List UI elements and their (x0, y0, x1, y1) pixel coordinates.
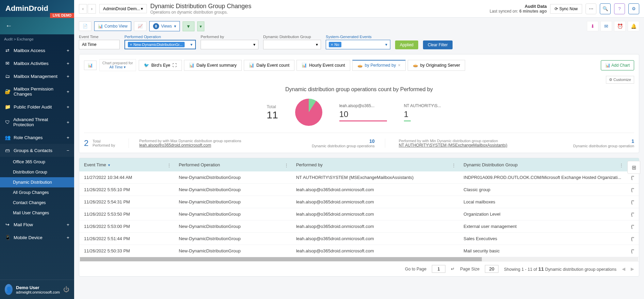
sidebar-item-public-folder-audit[interactable]: 📁Public Folder Audit+ (0, 100, 74, 113)
legend-label-0: leah.alsop@o365... (339, 103, 387, 108)
search-button[interactable]: 🔍 (600, 3, 611, 14)
chart-view-button[interactable]: 📈 (134, 21, 147, 31)
table-row[interactable]: 11/26/2022 5:55:10 PMNew-DynamicDistribu… (79, 184, 639, 196)
filter-ddg[interactable]: ▾ (263, 40, 321, 49)
chart-tab-by-performed-by[interactable]: 🥧by Performed by × (352, 60, 406, 71)
table-row[interactable]: 11/26/2022 5:50:33 PMNew-DynamicDistribu… (79, 245, 639, 257)
add-chart-button[interactable]: 📊 Add Chart (601, 60, 634, 70)
column-header-dynamic-distribution-group[interactable]: Dynamic Distribution Group⋮ (459, 158, 626, 171)
avatar[interactable]: 👤 (5, 284, 13, 295)
column-menu-icon[interactable]: ⋮ (452, 162, 456, 167)
sidebar-item-mail-flow[interactable]: ↪Mail Flow+ (0, 218, 74, 231)
chart-tab-bird-s-eye[interactable]: 🐦Bird's Eye ⛶ (139, 60, 182, 71)
table-cell: Local mailboxes (459, 196, 626, 208)
help-button[interactable]: ? (614, 3, 625, 14)
chevron-down-icon: ▾ (141, 6, 143, 11)
sync-now-button[interactable]: ⟳Sync Now (550, 4, 582, 14)
column-header-performed-by[interactable]: Performed by⋮ (291, 158, 459, 171)
back-button[interactable]: ← (0, 17, 74, 34)
table-cell: 11/26/2022 5:50:33 PM (79, 245, 174, 257)
sidebar-item-role-changes[interactable]: 👥Role Changes+ (0, 131, 74, 144)
page-subtitle: Operations on dynamic distribution group… (150, 10, 486, 15)
page-input[interactable] (432, 265, 445, 273)
table-settings-button[interactable]: ⊞ (627, 161, 640, 174)
sidebar-sub-all-group-changes[interactable]: All Group Changes (0, 187, 74, 198)
table-row[interactable]: 11/26/2022 5:53:00 PMNew-DynamicDistribu… (79, 220, 639, 233)
customize-button[interactable]: ⚙ Customize (606, 76, 634, 84)
column-menu-icon[interactable]: ⋮ (167, 162, 171, 167)
filter-sys-generated[interactable]: × No ▾ (326, 40, 390, 49)
column-header-performed-operation[interactable]: Performed Operation⋮ (174, 158, 291, 171)
sidebar-item-mailbox-permission-changes[interactable]: 🔐Mailbox Permission Changes+ (0, 83, 74, 100)
sidebar-sub-office-group[interactable]: Office 365 Group (0, 157, 74, 167)
chart-tab-daily-event-count[interactable]: 📊Daily Event count (244, 60, 294, 71)
filter-tag-operation[interactable]: × New-DynamicDistributionGr... (128, 42, 185, 47)
sidebar-item-mobile-device[interactable]: 📱Mobile Device+ (0, 231, 74, 244)
expand-icon: + (67, 48, 69, 53)
stat-max-link[interactable]: leah.alsop@o365droid.onmicrosoft.com (139, 143, 211, 148)
alert-button[interactable]: 🔔 (628, 21, 639, 31)
sidebar-sub-contact-changes[interactable]: Contact Changes (0, 198, 74, 208)
stat-min-link[interactable]: NT AUTHORITY\SYSTEM (MSExchangeMailboxAs… (399, 143, 507, 148)
nav-icon: 🗂 (5, 73, 10, 79)
table-cell: New-DynamicDistributionGroup (174, 245, 291, 257)
sidebar-sub-dynamic-distribution[interactable]: Dynamic Distribution (0, 177, 74, 187)
expand-icon: + (67, 135, 69, 140)
filter-tag-sys[interactable]: × No (329, 42, 341, 47)
main-content: ‹ › AdminDroid Dem... ▾ Dynamic Distribu… (74, 0, 644, 299)
column-menu-icon[interactable]: ⋮ (284, 162, 289, 167)
applied-button[interactable]: Applied (395, 40, 418, 49)
expand-icon: + (67, 120, 69, 125)
power-icon[interactable]: ⏻ (63, 286, 69, 293)
breadcrumb: Audit > Exchange (0, 34, 74, 44)
settings-button[interactable]: ⚙ (628, 3, 639, 14)
sidebar-item-groups-contacts[interactable]: 🗃Groups & Contacts− (0, 144, 74, 157)
sidebar-item-mailbox-access[interactable]: ⇄Mailbox Access+ (0, 44, 74, 57)
table-cell: Mail security basic (459, 245, 626, 257)
column-menu-icon[interactable]: ⋮ (619, 162, 624, 167)
chart-title: Dynamic distribution group operations co… (84, 86, 634, 93)
chart-tab-hourly-event-count[interactable]: 📊Hourly Event count (296, 60, 350, 71)
chart-type-button[interactable]: 📊 (84, 61, 97, 70)
user-email: admeight.onmicrosoft.com (16, 290, 60, 294)
filter-event-time[interactable]: All Time (79, 40, 120, 49)
more-button[interactable]: ⋯ (586, 3, 596, 14)
combo-view-button[interactable]: 📊 Combo View (94, 21, 131, 31)
pagesize-input[interactable] (485, 265, 498, 273)
filter-button[interactable]: ▼ (183, 21, 194, 31)
filter-performed-by[interactable]: ▾ (201, 40, 258, 49)
chart-prep-info[interactable]: Chart prepared for All Time ▾ (99, 59, 136, 71)
table-row[interactable]: 11/26/2022 5:53:50 PMNew-DynamicDistribu… (79, 208, 639, 220)
goto-page-button[interactable]: ↵ (451, 266, 455, 271)
nav-forward-button[interactable]: › (88, 4, 96, 14)
views-button[interactable]: 8 Views ▾ (149, 21, 180, 31)
table-row[interactable]: 11/26/2022 5:54:31 PMNew-DynamicDistribu… (79, 196, 639, 208)
schedule-button[interactable]: ⏰ (614, 21, 626, 31)
sidebar-sub-mail-user-changes[interactable]: Mail User Changes (0, 208, 74, 218)
email-button[interactable]: ✉ (600, 21, 612, 31)
table-row[interactable]: 11/27/2022 10:34:44 AMNew-DynamicDistrib… (79, 171, 639, 184)
column-header-event-time[interactable]: Event Time▾⋮ (79, 158, 174, 171)
nav-back-button[interactable]: ‹ (79, 4, 87, 14)
sidebar-item-advanced-threat-protection[interactable]: 🛡Advanced Threat Protection+ (0, 113, 74, 131)
close-icon[interactable]: × (398, 63, 400, 68)
prev-page-button[interactable]: ◀ (622, 266, 625, 271)
clear-filter-button[interactable]: Clear Filter (423, 40, 453, 49)
sidebar-sub-distribution-group[interactable]: Distribution Group (0, 167, 74, 177)
download-button[interactable]: ⬇ (587, 21, 598, 31)
next-page-button[interactable]: ▶ (631, 266, 634, 271)
sidebar-item-mailbox-management[interactable]: 🗂Mailbox Management+ (0, 70, 74, 83)
horizontal-scrollbar[interactable] (80, 257, 638, 261)
chart-tab-by-originating-server[interactable]: 🥧by Originating Server (408, 60, 465, 71)
sidebar-item-mailbox-activities[interactable]: ✉Mailbox Activities+ (0, 57, 74, 70)
org-selector[interactable]: AdminDroid Dem... ▾ (99, 4, 147, 13)
filter-operation[interactable]: × New-DynamicDistributionGr... ▾ (124, 40, 196, 49)
chart-panel: 📊 Chart prepared for All Time ▾ 🐦Bird's … (79, 54, 639, 153)
legend-label-1: NT AUTHORITY\S... (404, 103, 452, 108)
filter-dropdown-button[interactable]: ▾ (197, 21, 204, 31)
nav-icon: ⇄ (5, 48, 10, 53)
table-row[interactable]: 11/26/2022 5:51:44 PMNew-DynamicDistribu… (79, 233, 639, 245)
doc-view-button[interactable]: 📄 (79, 21, 91, 31)
chart-tab-daily-event-summary[interactable]: 📊Daily Event summary (184, 60, 242, 71)
user-name: Demo User (16, 285, 60, 290)
